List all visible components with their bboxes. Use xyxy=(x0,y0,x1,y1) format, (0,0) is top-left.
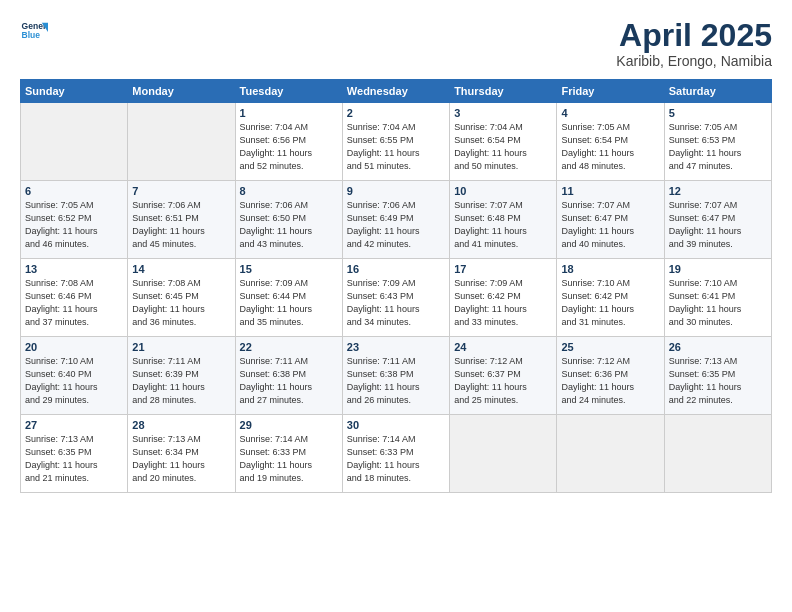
cell-5-7 xyxy=(664,415,771,493)
cell-info: Sunrise: 7:14 AM Sunset: 6:33 PM Dayligh… xyxy=(347,433,445,485)
header-tuesday: Tuesday xyxy=(235,80,342,103)
cell-info: Sunrise: 7:05 AM Sunset: 6:54 PM Dayligh… xyxy=(561,121,659,173)
day-number: 4 xyxy=(561,107,659,119)
cell-info: Sunrise: 7:10 AM Sunset: 6:42 PM Dayligh… xyxy=(561,277,659,329)
day-number: 13 xyxy=(25,263,123,275)
cell-5-6 xyxy=(557,415,664,493)
day-number: 20 xyxy=(25,341,123,353)
cell-info: Sunrise: 7:07 AM Sunset: 6:47 PM Dayligh… xyxy=(669,199,767,251)
cell-info: Sunrise: 7:12 AM Sunset: 6:37 PM Dayligh… xyxy=(454,355,552,407)
cell-3-7: 19Sunrise: 7:10 AM Sunset: 6:41 PM Dayli… xyxy=(664,259,771,337)
cell-4-4: 23Sunrise: 7:11 AM Sunset: 6:38 PM Dayli… xyxy=(342,337,449,415)
cell-info: Sunrise: 7:11 AM Sunset: 6:39 PM Dayligh… xyxy=(132,355,230,407)
day-number: 19 xyxy=(669,263,767,275)
day-number: 6 xyxy=(25,185,123,197)
cell-4-5: 24Sunrise: 7:12 AM Sunset: 6:37 PM Dayli… xyxy=(450,337,557,415)
logo: General Blue xyxy=(20,18,48,46)
header-wednesday: Wednesday xyxy=(342,80,449,103)
day-number: 12 xyxy=(669,185,767,197)
cell-info: Sunrise: 7:09 AM Sunset: 6:42 PM Dayligh… xyxy=(454,277,552,329)
day-number: 28 xyxy=(132,419,230,431)
cell-5-5 xyxy=(450,415,557,493)
day-number: 11 xyxy=(561,185,659,197)
header-sunday: Sunday xyxy=(21,80,128,103)
cell-info: Sunrise: 7:13 AM Sunset: 6:34 PM Dayligh… xyxy=(132,433,230,485)
header-monday: Monday xyxy=(128,80,235,103)
month-title: April 2025 xyxy=(616,18,772,53)
week-row-3: 13Sunrise: 7:08 AM Sunset: 6:46 PM Dayli… xyxy=(21,259,772,337)
header-row: Sunday Monday Tuesday Wednesday Thursday… xyxy=(21,80,772,103)
cell-2-3: 8Sunrise: 7:06 AM Sunset: 6:50 PM Daylig… xyxy=(235,181,342,259)
svg-text:Blue: Blue xyxy=(22,30,41,40)
cell-4-7: 26Sunrise: 7:13 AM Sunset: 6:35 PM Dayli… xyxy=(664,337,771,415)
cell-2-6: 11Sunrise: 7:07 AM Sunset: 6:47 PM Dayli… xyxy=(557,181,664,259)
day-number: 9 xyxy=(347,185,445,197)
cell-5-1: 27Sunrise: 7:13 AM Sunset: 6:35 PM Dayli… xyxy=(21,415,128,493)
cell-info: Sunrise: 7:12 AM Sunset: 6:36 PM Dayligh… xyxy=(561,355,659,407)
cell-info: Sunrise: 7:06 AM Sunset: 6:50 PM Dayligh… xyxy=(240,199,338,251)
cell-3-2: 14Sunrise: 7:08 AM Sunset: 6:45 PM Dayli… xyxy=(128,259,235,337)
cell-1-7: 5Sunrise: 7:05 AM Sunset: 6:53 PM Daylig… xyxy=(664,103,771,181)
cell-2-7: 12Sunrise: 7:07 AM Sunset: 6:47 PM Dayli… xyxy=(664,181,771,259)
cell-info: Sunrise: 7:04 AM Sunset: 6:55 PM Dayligh… xyxy=(347,121,445,173)
cell-4-3: 22Sunrise: 7:11 AM Sunset: 6:38 PM Dayli… xyxy=(235,337,342,415)
cell-info: Sunrise: 7:04 AM Sunset: 6:54 PM Dayligh… xyxy=(454,121,552,173)
cell-info: Sunrise: 7:13 AM Sunset: 6:35 PM Dayligh… xyxy=(25,433,123,485)
day-number: 29 xyxy=(240,419,338,431)
week-row-4: 20Sunrise: 7:10 AM Sunset: 6:40 PM Dayli… xyxy=(21,337,772,415)
cell-info: Sunrise: 7:13 AM Sunset: 6:35 PM Dayligh… xyxy=(669,355,767,407)
cell-2-4: 9Sunrise: 7:06 AM Sunset: 6:49 PM Daylig… xyxy=(342,181,449,259)
cell-3-3: 15Sunrise: 7:09 AM Sunset: 6:44 PM Dayli… xyxy=(235,259,342,337)
cell-info: Sunrise: 7:11 AM Sunset: 6:38 PM Dayligh… xyxy=(347,355,445,407)
cell-info: Sunrise: 7:14 AM Sunset: 6:33 PM Dayligh… xyxy=(240,433,338,485)
cell-info: Sunrise: 7:04 AM Sunset: 6:56 PM Dayligh… xyxy=(240,121,338,173)
cell-5-3: 29Sunrise: 7:14 AM Sunset: 6:33 PM Dayli… xyxy=(235,415,342,493)
cell-4-6: 25Sunrise: 7:12 AM Sunset: 6:36 PM Dayli… xyxy=(557,337,664,415)
cell-1-1 xyxy=(21,103,128,181)
day-number: 21 xyxy=(132,341,230,353)
cell-info: Sunrise: 7:07 AM Sunset: 6:47 PM Dayligh… xyxy=(561,199,659,251)
cell-2-5: 10Sunrise: 7:07 AM Sunset: 6:48 PM Dayli… xyxy=(450,181,557,259)
cell-3-6: 18Sunrise: 7:10 AM Sunset: 6:42 PM Dayli… xyxy=(557,259,664,337)
page-header: General Blue April 2025 Karibib, Erongo,… xyxy=(20,18,772,69)
day-number: 18 xyxy=(561,263,659,275)
day-number: 8 xyxy=(240,185,338,197)
week-row-2: 6Sunrise: 7:05 AM Sunset: 6:52 PM Daylig… xyxy=(21,181,772,259)
header-friday: Friday xyxy=(557,80,664,103)
day-number: 5 xyxy=(669,107,767,119)
cell-info: Sunrise: 7:05 AM Sunset: 6:53 PM Dayligh… xyxy=(669,121,767,173)
cell-info: Sunrise: 7:06 AM Sunset: 6:51 PM Dayligh… xyxy=(132,199,230,251)
header-saturday: Saturday xyxy=(664,80,771,103)
calendar-table: Sunday Monday Tuesday Wednesday Thursday… xyxy=(20,79,772,493)
day-number: 2 xyxy=(347,107,445,119)
title-block: April 2025 Karibib, Erongo, Namibia xyxy=(616,18,772,69)
cell-1-4: 2Sunrise: 7:04 AM Sunset: 6:55 PM Daylig… xyxy=(342,103,449,181)
header-thursday: Thursday xyxy=(450,80,557,103)
cell-info: Sunrise: 7:09 AM Sunset: 6:43 PM Dayligh… xyxy=(347,277,445,329)
day-number: 25 xyxy=(561,341,659,353)
cell-3-5: 17Sunrise: 7:09 AM Sunset: 6:42 PM Dayli… xyxy=(450,259,557,337)
cell-4-1: 20Sunrise: 7:10 AM Sunset: 6:40 PM Dayli… xyxy=(21,337,128,415)
day-number: 26 xyxy=(669,341,767,353)
day-number: 3 xyxy=(454,107,552,119)
cell-info: Sunrise: 7:05 AM Sunset: 6:52 PM Dayligh… xyxy=(25,199,123,251)
cell-info: Sunrise: 7:10 AM Sunset: 6:41 PM Dayligh… xyxy=(669,277,767,329)
cell-5-2: 28Sunrise: 7:13 AM Sunset: 6:34 PM Dayli… xyxy=(128,415,235,493)
cell-info: Sunrise: 7:11 AM Sunset: 6:38 PM Dayligh… xyxy=(240,355,338,407)
location: Karibib, Erongo, Namibia xyxy=(616,53,772,69)
day-number: 22 xyxy=(240,341,338,353)
cell-3-1: 13Sunrise: 7:08 AM Sunset: 6:46 PM Dayli… xyxy=(21,259,128,337)
day-number: 16 xyxy=(347,263,445,275)
cell-2-1: 6Sunrise: 7:05 AM Sunset: 6:52 PM Daylig… xyxy=(21,181,128,259)
cell-1-5: 3Sunrise: 7:04 AM Sunset: 6:54 PM Daylig… xyxy=(450,103,557,181)
day-number: 15 xyxy=(240,263,338,275)
day-number: 24 xyxy=(454,341,552,353)
week-row-1: 1Sunrise: 7:04 AM Sunset: 6:56 PM Daylig… xyxy=(21,103,772,181)
day-number: 23 xyxy=(347,341,445,353)
cell-info: Sunrise: 7:06 AM Sunset: 6:49 PM Dayligh… xyxy=(347,199,445,251)
day-number: 1 xyxy=(240,107,338,119)
cell-info: Sunrise: 7:10 AM Sunset: 6:40 PM Dayligh… xyxy=(25,355,123,407)
cell-info: Sunrise: 7:08 AM Sunset: 6:45 PM Dayligh… xyxy=(132,277,230,329)
day-number: 7 xyxy=(132,185,230,197)
cell-3-4: 16Sunrise: 7:09 AM Sunset: 6:43 PM Dayli… xyxy=(342,259,449,337)
